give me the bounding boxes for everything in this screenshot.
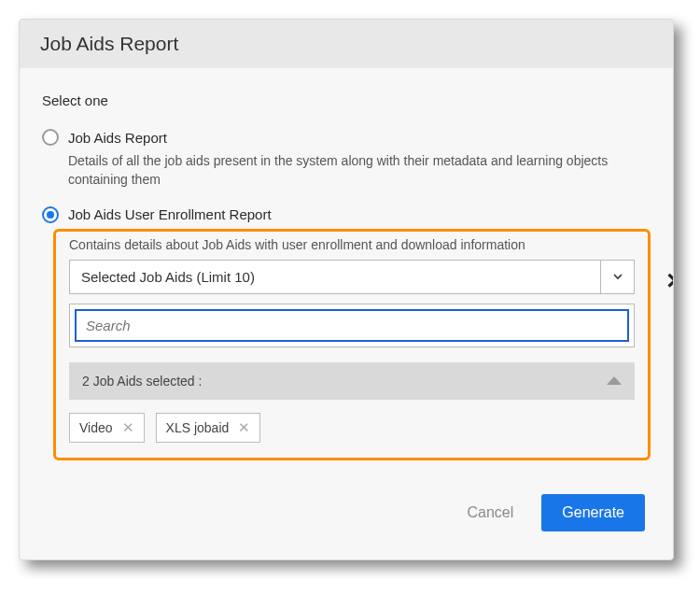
dropdown-label: Selected Job Aids (Limit 10) — [69, 260, 601, 294]
dialog-title: Job Aids Report — [20, 20, 673, 68]
select-one-label: Select one — [42, 92, 651, 108]
radio-label: Job Aids Report — [68, 130, 167, 146]
chevron-down-icon — [601, 260, 635, 294]
collapse-up-icon — [607, 376, 622, 385]
dialog-body: Select one Job Aids Report Details of al… — [20, 68, 673, 559]
selected-count-header[interactable]: 2 Job Aids selected : — [69, 362, 635, 400]
remove-selection-icon[interactable]: ✕ — [665, 268, 674, 294]
radio-description: Details of all the job aids present in t… — [68, 151, 651, 190]
enrollment-config-block: Contains details about Job Aids with use… — [42, 229, 651, 460]
selected-chips: Video ✕ XLS jobaid ✕ — [69, 413, 635, 443]
search-input[interactable] — [75, 309, 629, 342]
cancel-button[interactable]: Cancel — [467, 504, 513, 521]
chip-video: Video ✕ — [69, 413, 145, 443]
radio-description: Contains details about Job Aids with use… — [69, 237, 635, 252]
dialog-footer: Cancel Generate — [42, 494, 651, 531]
highlight-box: Contains details about Job Aids with use… — [53, 229, 651, 460]
radio-option-user-enrollment-report[interactable]: Job Aids User Enrollment Report — [42, 206, 651, 223]
generate-button[interactable]: Generate — [541, 494, 645, 531]
selected-job-aids-dropdown[interactable]: Selected Job Aids (Limit 10) — [69, 260, 635, 294]
job-aids-report-dialog: Job Aids Report Select one Job Aids Repo… — [19, 19, 674, 560]
chip-label: XLS jobaid — [166, 420, 230, 435]
radio-label: Job Aids User Enrollment Report — [68, 206, 272, 222]
chip-xls-jobaid: XLS jobaid ✕ — [156, 413, 261, 443]
radio-icon — [42, 129, 59, 146]
selected-count-label: 2 Job Aids selected : — [82, 374, 202, 389]
report-type-radio-group: Job Aids Report Details of all the job a… — [42, 129, 651, 460]
radio-option-job-aids-report[interactable]: Job Aids Report — [42, 129, 651, 146]
radio-icon — [42, 206, 59, 223]
chip-label: Video — [79, 420, 113, 435]
close-icon[interactable]: ✕ — [122, 420, 134, 434]
close-icon[interactable]: ✕ — [238, 420, 250, 434]
search-container — [69, 304, 635, 347]
